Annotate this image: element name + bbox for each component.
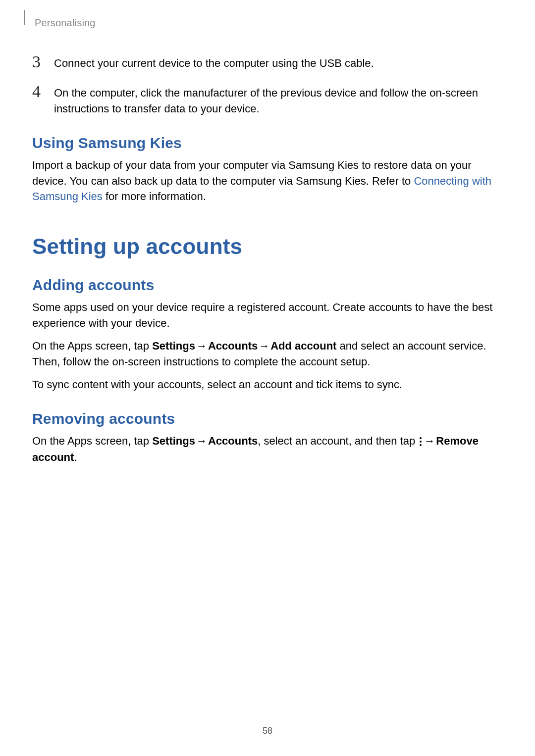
page-number: 58 [0, 726, 535, 736]
numbered-steps: 3 Connect your current device to the com… [32, 53, 503, 117]
kies-paragraph: Import a backup of your data from your c… [32, 157, 503, 205]
more-options-icon [419, 434, 422, 450]
text: . [74, 451, 77, 463]
bold-settings: Settings [152, 340, 195, 352]
svg-point-0 [420, 437, 422, 439]
step-3: 3 Connect your current device to the com… [32, 53, 503, 71]
text: On the Apps screen, tap [32, 340, 152, 352]
text: Import a backup of your data from your c… [32, 159, 472, 187]
bold-accounts: Accounts [208, 435, 258, 447]
heading-using-kies: Using Samsung Kies [32, 135, 503, 151]
bold-settings: Settings [152, 435, 195, 447]
adding-p3: To sync content with your accounts, sele… [32, 377, 503, 393]
step-number: 3 [32, 53, 54, 70]
text: for more information. [103, 190, 206, 202]
page-content: Personalising 3 Connect your current dev… [0, 0, 535, 465]
bold-add-account: Add account [270, 340, 336, 352]
arrow-icon: → [196, 338, 207, 354]
svg-point-2 [420, 444, 422, 446]
svg-point-1 [420, 441, 422, 443]
arrow-icon: → [424, 433, 435, 449]
section-label: Personalising [35, 17, 503, 29]
heading-adding-accounts: Adding accounts [32, 277, 503, 294]
adding-p1: Some apps used on your device require a … [32, 300, 503, 331]
step-number: 4 [32, 83, 54, 100]
step-text: On the computer, click the manufacturer … [54, 83, 503, 117]
heading-setting-up-accounts: Setting up accounts [32, 234, 503, 259]
text: , select an account, and then tap [258, 435, 418, 447]
heading-removing-accounts: Removing accounts [32, 410, 503, 427]
step-text: Connect your current device to the compu… [54, 53, 374, 71]
text: On the Apps screen, tap [32, 435, 152, 447]
step-4: 4 On the computer, click the manufacture… [32, 83, 503, 117]
arrow-icon: → [196, 433, 207, 449]
header-rule [24, 10, 25, 25]
adding-p2: On the Apps screen, tap Settings → Accou… [32, 338, 503, 370]
arrow-icon: → [259, 338, 269, 354]
bold-accounts: Accounts [208, 340, 258, 352]
removing-p1: On the Apps screen, tap Settings → Accou… [32, 433, 503, 465]
